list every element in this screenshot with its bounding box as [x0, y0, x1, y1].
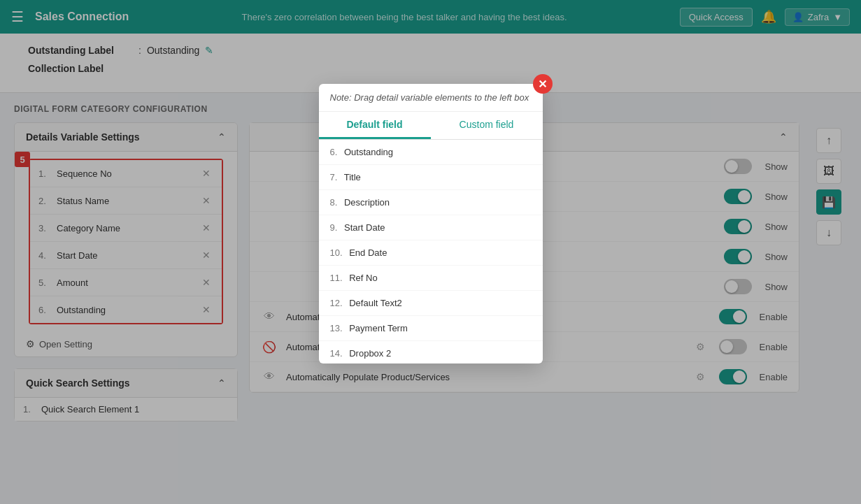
modal-list-item: 6. Outstanding [319, 140, 543, 165]
item-num: 13. [330, 323, 343, 333]
item-num: 6. [330, 147, 338, 157]
item-num: 8. [330, 197, 338, 208]
item-num: 14. [330, 348, 343, 359]
tab-custom-field[interactable]: Custom field [431, 112, 543, 139]
item-num: 12. [330, 298, 343, 308]
modal-tabs: Default field Custom field [319, 112, 543, 140]
modal-item-list: 6. Outstanding 7. Title 8. Description 9… [319, 140, 543, 363]
modal-list-item: 13. Payment Term [319, 316, 543, 341]
tab-default-field[interactable]: Default field [319, 112, 431, 139]
modal-list-item: 12. Default Text2 [319, 291, 543, 316]
modal-close-button[interactable]: ✕ [533, 74, 553, 94]
item-num: 10. [330, 247, 343, 258]
item-name: Title [344, 172, 361, 182]
item-name: Default Text2 [349, 298, 402, 308]
modal-list-item: 14. Dropbox 2 [319, 341, 543, 363]
item-name: Outstanding [344, 147, 393, 157]
item-num: 7. [330, 172, 338, 182]
item-name: Description [344, 197, 390, 208]
modal-list-item: 9. Start Date [319, 215, 543, 240]
modal-note: Note: Drag detail variable elements to t… [319, 84, 543, 112]
modal-list-item: 7. Title [319, 165, 543, 190]
item-name: End Date [349, 247, 387, 258]
item-name: Payment Term [349, 323, 408, 333]
item-name: Ref No [349, 273, 377, 283]
modal-overlay: ✕ Note: Drag detail variable elements to… [0, 0, 861, 504]
item-num: 9. [330, 222, 338, 233]
field-modal: ✕ Note: Drag detail variable elements to… [319, 84, 543, 363]
modal-list-item: 8. Description [319, 190, 543, 215]
modal-list-item: 10. End Date [319, 240, 543, 266]
item-name: Start Date [344, 222, 385, 233]
modal-list-item: 11. Ref No [319, 266, 543, 291]
item-num: 11. [330, 273, 343, 283]
item-name: Dropbox 2 [349, 348, 391, 359]
